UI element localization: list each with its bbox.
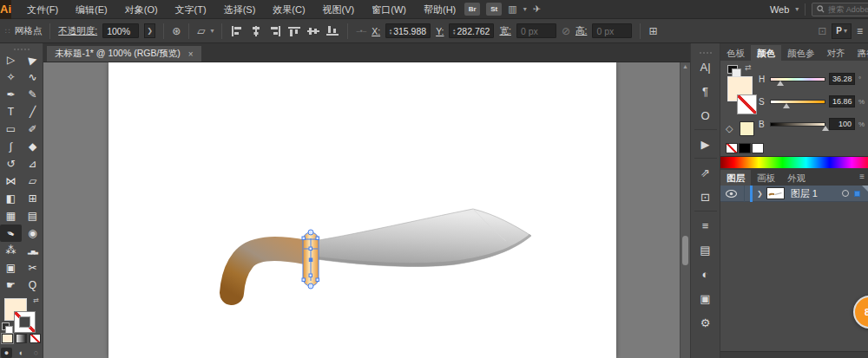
dock-drag-handle[interactable] bbox=[700, 48, 712, 54]
tool-free-transform-tool[interactable]: ▱ bbox=[22, 172, 43, 190]
scrollbar-thumb[interactable] bbox=[682, 236, 688, 265]
shape-options-caret-icon[interactable]: ▾ bbox=[210, 27, 214, 35]
stroke-panel-icon[interactable]: ≡ bbox=[694, 214, 718, 237]
tool-type-tool[interactable]: T bbox=[0, 103, 22, 120]
align-vertical-center-icon[interactable] bbox=[306, 25, 320, 37]
gradient-panel-icon[interactable]: ▤ bbox=[694, 238, 718, 261]
transparency-panel-icon[interactable]: ◐ bbox=[694, 263, 718, 285]
width-label[interactable]: 宽: bbox=[499, 25, 510, 37]
tool-rectangle-tool[interactable]: ▭ bbox=[0, 120, 22, 138]
web-color-warning-icon[interactable]: ◇ bbox=[726, 123, 733, 134]
tool-shape-builder-tool[interactable]: ◧ bbox=[0, 190, 22, 207]
layers-tab-画板[interactable]: 画板 bbox=[751, 170, 781, 186]
color-tab-色板[interactable]: 色板 bbox=[720, 45, 751, 61]
color-fill-button[interactable] bbox=[2, 334, 13, 343]
recolor-artwork-icon[interactable]: ⊛ bbox=[172, 25, 181, 37]
adobe-stock-search[interactable] bbox=[812, 3, 868, 16]
mini-fill-stroke-icon[interactable] bbox=[727, 65, 738, 74]
draw-normal-mode-button[interactable]: ● bbox=[1, 348, 12, 358]
layer-expand-icon[interactable]: ❯ bbox=[757, 190, 763, 198]
artboard[interactable] bbox=[108, 62, 616, 358]
arrange-documents-icon[interactable]: ▥ bbox=[508, 3, 516, 15]
menu-item-3[interactable]: 文字(T) bbox=[167, 0, 215, 19]
black-swatch[interactable] bbox=[739, 143, 751, 153]
brightness-value[interactable]: 100 bbox=[829, 118, 855, 130]
shape-options-icon[interactable]: ▱ bbox=[197, 25, 205, 37]
opentype-panel-icon[interactable]: O bbox=[694, 104, 718, 127]
vertical-scrollbar[interactable]: ▲ bbox=[680, 62, 690, 358]
opacity-label[interactable]: 不透明度: bbox=[58, 25, 97, 37]
x-value[interactable]: ▴▾315.988 bbox=[385, 23, 431, 38]
saturation-slider[interactable] bbox=[770, 100, 825, 104]
none-swatch[interactable] bbox=[726, 143, 738, 153]
tool-lasso-tool[interactable]: ∿ bbox=[22, 68, 43, 86]
tool-perspective-grid-tool[interactable]: ⊞ bbox=[22, 190, 43, 207]
align-left-icon[interactable] bbox=[230, 25, 244, 37]
character-panel-icon[interactable]: A| bbox=[694, 55, 718, 78]
tool-selection-tool[interactable]: ▷ bbox=[0, 51, 22, 68]
color-spectrum-bar[interactable] bbox=[720, 156, 868, 168]
tool-rotate-tool[interactable]: ↺ bbox=[0, 155, 22, 172]
panel-stroke-swatch[interactable] bbox=[737, 94, 757, 114]
align-horizontal-center-icon[interactable] bbox=[249, 25, 263, 37]
layer-row[interactable]: ❯ 图层 1 bbox=[720, 186, 868, 202]
gradient-fill-button[interactable] bbox=[16, 334, 27, 343]
layers-panel-menu-icon[interactable]: ≡ bbox=[859, 172, 865, 181]
symbols-panel-icon[interactable]: ▣ bbox=[694, 287, 718, 309]
stroke-color-swatch[interactable] bbox=[14, 311, 36, 333]
panel-menu-icon[interactable]: ≡ bbox=[857, 25, 863, 37]
tab-close-icon[interactable]: × bbox=[188, 49, 194, 59]
tools-drag-handle[interactable] bbox=[14, 45, 30, 50]
adobe-stock-search-input[interactable] bbox=[828, 5, 868, 14]
height-value[interactable]: 0 px bbox=[592, 23, 632, 38]
tool-paintbrush-tool[interactable]: ✐ bbox=[22, 120, 43, 138]
draw-behind-mode-button[interactable]: ◐ bbox=[16, 348, 27, 358]
color-tab-颜色[interactable]: 颜色 bbox=[751, 45, 781, 61]
bridge-button[interactable]: Br bbox=[464, 3, 480, 16]
knife-handle-path[interactable] bbox=[232, 249, 306, 293]
constrain-proportions-icon[interactable]: ⊘ bbox=[562, 25, 570, 37]
gpu-performance-icon[interactable]: ✈ bbox=[533, 3, 541, 15]
scroll-up-icon[interactable]: ▲ bbox=[681, 62, 690, 71]
select-similar-icon[interactable]: ⊡ bbox=[818, 25, 826, 37]
actions-panel-icon[interactable]: ▶ bbox=[694, 133, 718, 155]
color-tab-颜色参[interactable]: 颜色参 bbox=[781, 45, 821, 61]
graphic-styles-panel-icon[interactable]: ⚙ bbox=[694, 311, 718, 334]
layer-thumbnail[interactable] bbox=[766, 187, 785, 199]
workspace-caret-icon[interactable]: ▾ bbox=[795, 5, 799, 13]
distribute-icon[interactable]: ‒▪‒ bbox=[356, 27, 366, 35]
stock-button[interactable]: St bbox=[486, 3, 502, 16]
tool-symbol-sprayer-tool[interactable]: ⁂ bbox=[0, 242, 22, 259]
layers-tab-图层[interactable]: 图层 bbox=[720, 170, 751, 186]
x-label[interactable]: X: bbox=[372, 26, 380, 36]
tool-pen-tool[interactable]: ✒ bbox=[0, 86, 22, 103]
menu-item-5[interactable]: 效果(C) bbox=[264, 0, 313, 19]
saturation-value[interactable]: 16.86 bbox=[829, 95, 855, 107]
brightness-slider[interactable] bbox=[770, 122, 825, 127]
tool-gradient-tool[interactable]: ▤ bbox=[22, 207, 43, 225]
controlbar-drag-handle[interactable]: ∷ bbox=[5, 27, 10, 36]
layer-name[interactable]: 图层 1 bbox=[791, 187, 818, 200]
opacity-dropdown-button[interactable]: ❯ bbox=[144, 23, 155, 38]
tool-eraser-tool[interactable]: ◆ bbox=[22, 138, 43, 155]
canvas[interactable]: ▲ bbox=[43, 62, 690, 358]
swap-colors-icon[interactable]: ⇄ bbox=[745, 63, 752, 72]
color-panel-menu-icon[interactable]: ≡ bbox=[859, 47, 865, 56]
width-value[interactable]: 0 px bbox=[516, 23, 556, 38]
layers-empty-area[interactable] bbox=[720, 202, 868, 351]
menu-item-1[interactable]: 编辑(E) bbox=[67, 0, 116, 19]
hue-value[interactable]: 36.28 bbox=[829, 73, 855, 85]
transform-panel-icon[interactable]: ⊡ bbox=[694, 186, 718, 208]
layer-visibility-icon[interactable] bbox=[726, 190, 737, 198]
workspace-switcher-button[interactable]: P▾ bbox=[832, 23, 852, 39]
tool-blend-tool[interactable]: ◉ bbox=[22, 225, 43, 242]
menu-item-6[interactable]: 视图(V) bbox=[314, 0, 364, 19]
menu-item-7[interactable]: 窗口(W) bbox=[363, 0, 415, 19]
draw-inside-mode-button[interactable]: ○ bbox=[30, 348, 42, 358]
tool-eyedropper-tool[interactable]: ✒ bbox=[0, 225, 22, 242]
align-right-icon[interactable] bbox=[268, 25, 282, 37]
arrange-documents-caret-icon[interactable]: ▾ bbox=[523, 5, 527, 13]
layer-selection-indicator[interactable] bbox=[854, 191, 860, 197]
none-fill-button[interactable] bbox=[30, 334, 41, 343]
export-panel-icon[interactable]: ⇗ bbox=[694, 161, 718, 184]
